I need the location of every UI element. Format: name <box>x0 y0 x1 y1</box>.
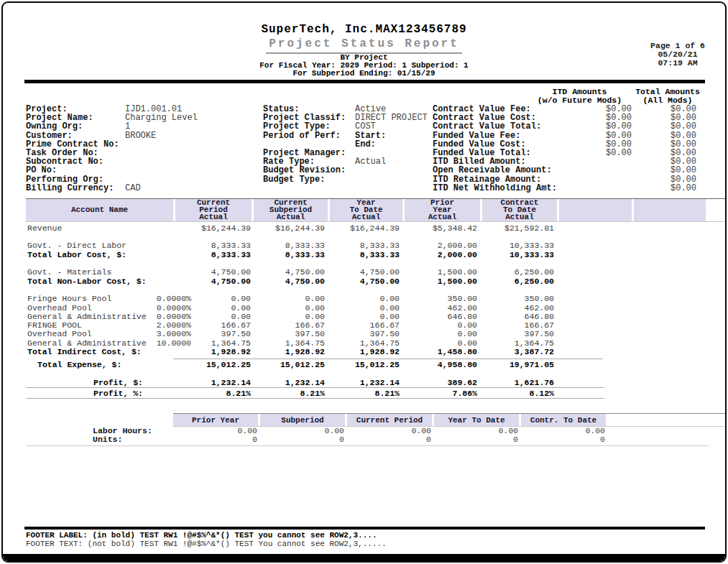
table-row: Overhead Pool0.0000%0.000.000.00462.0046… <box>26 304 725 313</box>
hours-column-year-to-date: Year To Date <box>434 414 519 426</box>
hours-row-units: Units: 0 0 0 0 0 <box>26 435 725 444</box>
column-header-empty <box>634 199 706 221</box>
subperiod-ending-line: For Subperiod Ending: 01/15/29 <box>3 70 725 78</box>
column-header-empty <box>559 199 632 221</box>
table-row-profit-percent: Profit, %: 8.21% 8.21% 8.21% 7.86% 8.12% <box>26 389 725 398</box>
hours-table-header: Prior Year Subperiod Current Period Year… <box>173 413 725 427</box>
footer-label-line: FOOTER LABEL: (in bold) TEST RW1 !@#$%^&… <box>26 531 725 540</box>
footer-text-line: FOOTER TEXT: (not bold) TEST RW1 !@#$%^&… <box>26 540 725 548</box>
header-rule <box>24 80 705 83</box>
hours-column-prior-year: Prior Year <box>173 414 258 426</box>
info-row: Budget Revision: <box>263 166 433 175</box>
info-row: Period of Perf:Start: <box>263 131 433 140</box>
hours-column-contract-to-date: Contr. To Date <box>521 414 606 426</box>
column-header-contract-to-date: Contract To Date Actual <box>482 199 557 221</box>
table-row-profit-amount: Profit, $: 1,232.14 1,232.14 1,232.14 38… <box>26 379 725 387</box>
table-row: Overhead Pool3.0000%397.50397.50397.500.… <box>26 330 725 338</box>
amounts-row: Funded Value Fee:$0.00$0.00 <box>433 131 705 140</box>
company-title: SuperTech, Inc.MAX123456789 <box>3 23 725 36</box>
page-meta: Page 1 of 6 05/20/21 07:19 AM <box>650 42 705 68</box>
contract-amounts: ITD Amounts Total Amounts (w/o Future Mo… <box>433 88 705 193</box>
hours-column-current-period: Current Period <box>347 414 432 426</box>
column-header-current-subperiod: Current Subperiod Actual <box>254 199 328 221</box>
table-row-total-labor: Total Labor Cost, $:8,333.338,333.338,33… <box>26 251 725 259</box>
report-header: SuperTech, Inc.MAX123456789 Project Stat… <box>3 23 725 78</box>
table-row: Govt. - Direct Labor8,333.338,333.338,33… <box>26 241 725 250</box>
column-header-account-name: Account Name <box>26 199 173 221</box>
hours-column-subperiod: Subperiod <box>260 414 345 426</box>
info-row: Subcontract No: <box>26 157 263 166</box>
table-row: Fringe Hours Pool0.0000%0.000.000.00350.… <box>26 295 725 303</box>
project-info-section: Project:IJD1.001.01 Project Name:Chargin… <box>26 88 725 193</box>
footer-rule <box>24 527 705 530</box>
table-row-total-non-labor: Total Non-Labor Cost, $:4,750.004,750.00… <box>26 277 725 286</box>
hours-table-rule <box>26 445 709 446</box>
amounts-row: Open Receivable Amount:$0.00 <box>433 166 705 175</box>
info-row: Project Type:COST <box>263 122 433 131</box>
table-row-revenue: Revenue$16,244.39$16,244.39$16,244.39$5,… <box>26 224 725 233</box>
report-footer: FOOTER LABEL: (in bold) TEST RW1 !@#$%^&… <box>3 527 725 548</box>
account-table-body: Revenue$16,244.39$16,244.39$16,244.39$5,… <box>3 224 725 356</box>
column-header-current-period: Current Period Actual <box>175 199 252 221</box>
info-row: PO No: <box>26 166 263 175</box>
print-time: 07:19 AM <box>650 59 705 68</box>
info-row: Customer:BROOKE <box>26 131 263 140</box>
report-page: Page 1 of 6 05/20/21 07:19 AM SuperTech,… <box>1 1 727 563</box>
report-title: Project Status Report <box>266 37 462 54</box>
total-expense-rule <box>173 359 603 359</box>
column-header-year-to-date: Year To Date Actual <box>330 199 402 221</box>
hours-row-labor-hours: Labor Hours: 0.00 0.00 0.00 0.00 0.00 <box>26 427 725 435</box>
amounts-row: Contract Value Total:$0.00$0.00 <box>433 122 705 131</box>
info-row: Owning Org:1 <box>26 122 263 131</box>
window-bottom-bar <box>3 554 725 561</box>
amounts-row: ITD Net Withholding Amt:$0.00 <box>433 184 705 193</box>
project-info-left: Project:IJD1.001.01 Project Name:Chargin… <box>26 88 263 193</box>
info-row: Performing Org: <box>26 175 263 184</box>
table-row: Govt. - Materials4,750.004,750.004,750.0… <box>26 268 725 277</box>
project-info-middle: Status:Active Project Classif:DIRECT PRO… <box>263 88 433 193</box>
table-row-total-indirect: Total Indirect Cost, $:1,928.921,928.921… <box>26 348 725 356</box>
info-row: Billing Currency:CAD <box>26 184 263 193</box>
info-row: Budget Type: <box>263 175 433 184</box>
profit-percent-rule <box>26 398 604 399</box>
table-row-total-expense: Total Expense, $: 15,012.25 15,012.25 15… <box>26 361 725 369</box>
account-table-header: Account Name Current Period Actual Curre… <box>26 198 725 222</box>
amounts-row: ITD Retainage Amount:$0.00 <box>433 175 705 184</box>
column-header-prior-year: Prior Year Actual <box>405 199 480 221</box>
